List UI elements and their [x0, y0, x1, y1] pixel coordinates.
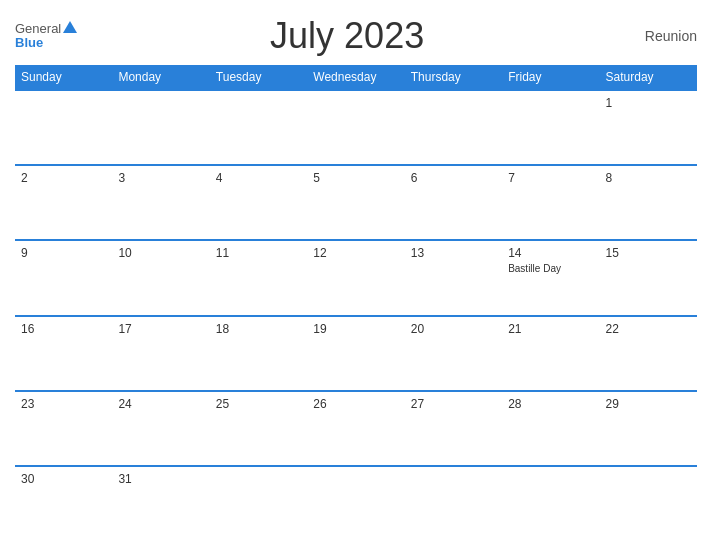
day-number: 19 — [313, 322, 398, 336]
day-cell: 13 — [405, 241, 502, 314]
day-cell — [405, 91, 502, 164]
day-cell — [502, 91, 599, 164]
day-cell — [307, 91, 404, 164]
day-cell — [210, 91, 307, 164]
week-row-4: 23242526272829 — [15, 390, 697, 465]
day-cell: 28 — [502, 392, 599, 465]
calendar-grid: SundayMondayTuesdayWednesdayThursdayFrid… — [15, 65, 697, 540]
week-row-2: 91011121314Bastille Day15 — [15, 239, 697, 314]
day-cell: 14Bastille Day — [502, 241, 599, 314]
day-cell — [405, 467, 502, 540]
day-number: 26 — [313, 397, 398, 411]
day-cell: 10 — [112, 241, 209, 314]
day-number: 29 — [606, 397, 691, 411]
day-cell: 17 — [112, 317, 209, 390]
day-number: 9 — [21, 246, 106, 260]
calendar-header: General Blue July 2023 Reunion — [15, 15, 697, 57]
day-cell: 12 — [307, 241, 404, 314]
day-number: 25 — [216, 397, 301, 411]
week-row-3: 16171819202122 — [15, 315, 697, 390]
day-number: 5 — [313, 171, 398, 185]
day-cell: 25 — [210, 392, 307, 465]
day-cell — [210, 467, 307, 540]
day-number: 1 — [606, 96, 691, 110]
day-cell — [15, 91, 112, 164]
day-cell: 31 — [112, 467, 209, 540]
day-number: 27 — [411, 397, 496, 411]
day-number: 13 — [411, 246, 496, 260]
day-cell: 8 — [600, 166, 697, 239]
day-header-saturday: Saturday — [600, 65, 697, 89]
day-number: 14 — [508, 246, 593, 260]
day-number: 16 — [21, 322, 106, 336]
week-row-0: 1 — [15, 89, 697, 164]
day-number: 8 — [606, 171, 691, 185]
day-number: 12 — [313, 246, 398, 260]
day-cell: 26 — [307, 392, 404, 465]
day-number: 23 — [21, 397, 106, 411]
day-cell: 1 — [600, 91, 697, 164]
day-cell — [307, 467, 404, 540]
day-number: 17 — [118, 322, 203, 336]
day-cell: 11 — [210, 241, 307, 314]
day-header-tuesday: Tuesday — [210, 65, 307, 89]
day-cell: 23 — [15, 392, 112, 465]
day-number: 20 — [411, 322, 496, 336]
day-number: 21 — [508, 322, 593, 336]
day-number: 2 — [21, 171, 106, 185]
day-number: 28 — [508, 397, 593, 411]
day-header-friday: Friday — [502, 65, 599, 89]
day-cell: 21 — [502, 317, 599, 390]
day-number: 24 — [118, 397, 203, 411]
day-header-thursday: Thursday — [405, 65, 502, 89]
day-number: 30 — [21, 472, 106, 486]
calendar-container: General Blue July 2023 Reunion SundayMon… — [0, 0, 712, 550]
day-cell: 30 — [15, 467, 112, 540]
day-cell: 15 — [600, 241, 697, 314]
day-cell: 18 — [210, 317, 307, 390]
day-number: 6 — [411, 171, 496, 185]
day-cell — [502, 467, 599, 540]
calendar-title: July 2023 — [77, 15, 617, 57]
logo-blue-text: Blue — [15, 36, 43, 50]
day-cell: 29 — [600, 392, 697, 465]
day-header-sunday: Sunday — [15, 65, 112, 89]
days-header: SundayMondayTuesdayWednesdayThursdayFrid… — [15, 65, 697, 89]
day-cell — [112, 91, 209, 164]
day-number: 3 — [118, 171, 203, 185]
week-row-5: 3031 — [15, 465, 697, 540]
day-cell: 16 — [15, 317, 112, 390]
logo-triangle-icon — [63, 21, 77, 33]
day-cell — [600, 467, 697, 540]
day-cell: 9 — [15, 241, 112, 314]
day-number: 18 — [216, 322, 301, 336]
day-cell: 7 — [502, 166, 599, 239]
day-cell: 20 — [405, 317, 502, 390]
logo: General Blue — [15, 22, 77, 51]
day-cell: 2 — [15, 166, 112, 239]
week-row-1: 2345678 — [15, 164, 697, 239]
day-number: 7 — [508, 171, 593, 185]
day-cell: 19 — [307, 317, 404, 390]
day-cell: 27 — [405, 392, 502, 465]
day-number: 11 — [216, 246, 301, 260]
day-cell: 5 — [307, 166, 404, 239]
day-cell: 22 — [600, 317, 697, 390]
day-number: 4 — [216, 171, 301, 185]
day-cell: 3 — [112, 166, 209, 239]
day-number: 31 — [118, 472, 203, 486]
day-cell: 24 — [112, 392, 209, 465]
weeks-container: 1234567891011121314Bastille Day151617181… — [15, 89, 697, 540]
day-cell: 4 — [210, 166, 307, 239]
day-header-wednesday: Wednesday — [307, 65, 404, 89]
day-cell: 6 — [405, 166, 502, 239]
day-number: 15 — [606, 246, 691, 260]
logo-general-text: General — [15, 22, 77, 36]
holiday-label: Bastille Day — [508, 263, 593, 274]
day-number: 22 — [606, 322, 691, 336]
day-header-monday: Monday — [112, 65, 209, 89]
region-label: Reunion — [617, 28, 697, 44]
day-number: 10 — [118, 246, 203, 260]
